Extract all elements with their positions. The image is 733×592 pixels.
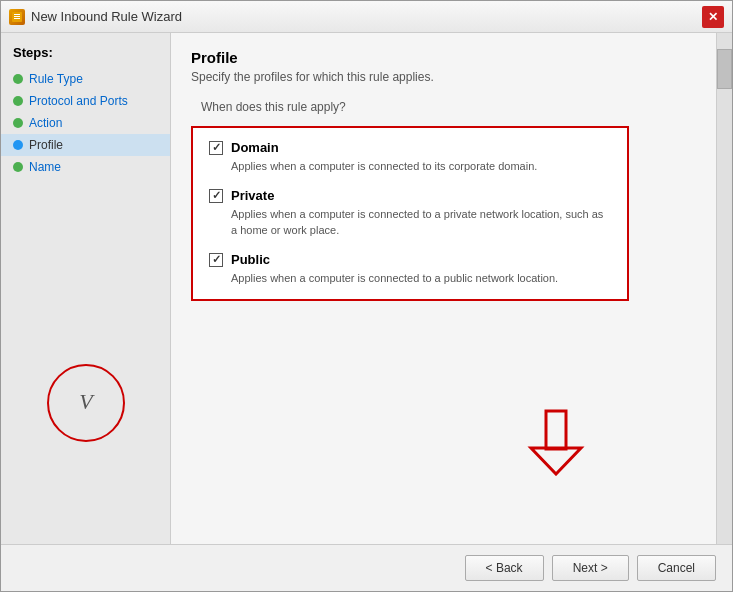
- svg-rect-3: [14, 14, 20, 15]
- private-checkbox[interactable]: [209, 189, 223, 203]
- sidebar-label-protocol-ports: Protocol and Ports: [29, 94, 128, 108]
- down-arrow-icon: [526, 406, 586, 476]
- dot-rule-type: [13, 74, 23, 84]
- arrow-annotation: [526, 406, 586, 479]
- sidebar-item-name[interactable]: Name: [1, 156, 170, 178]
- options-box: Domain Applies when a computer is connec…: [191, 126, 629, 301]
- public-checkbox[interactable]: [209, 253, 223, 267]
- sidebar-label-rule-type: Rule Type: [29, 72, 83, 86]
- public-header: Public: [209, 252, 611, 267]
- private-header: Private: [209, 188, 611, 203]
- option-public: Public Applies when a computer is connec…: [209, 252, 611, 286]
- domain-checkbox[interactable]: [209, 141, 223, 155]
- main-area: Profile Specify the profiles for which t…: [171, 33, 716, 544]
- svg-rect-2: [14, 18, 20, 19]
- app-icon: [9, 9, 25, 25]
- sidebar-item-protocol-ports[interactable]: Protocol and Ports: [1, 90, 170, 112]
- title-bar-left: New Inbound Rule Wizard: [9, 9, 182, 25]
- cancel-button[interactable]: Cancel: [637, 555, 716, 581]
- svg-marker-6: [531, 448, 581, 474]
- sidebar-label-name: Name: [29, 160, 61, 174]
- close-button[interactable]: ✕: [702, 6, 724, 28]
- circle-letter: V: [79, 389, 95, 414]
- sidebar-item-profile[interactable]: Profile: [1, 134, 170, 156]
- option-private: Private Applies when a computer is conne…: [209, 188, 611, 238]
- sidebar-label-action: Action: [29, 116, 62, 130]
- domain-label: Domain: [231, 140, 279, 155]
- dot-profile: [13, 140, 23, 150]
- sidebar-item-action[interactable]: Action: [1, 112, 170, 134]
- scrollbar-thumb[interactable]: [717, 49, 732, 89]
- title-bar: New Inbound Rule Wizard ✕: [1, 1, 732, 33]
- content-area: Steps: Rule Type Protocol and Ports Acti…: [1, 33, 732, 544]
- sidebar-title: Steps:: [1, 45, 170, 68]
- svg-rect-5: [546, 411, 566, 449]
- question-text: When does this rule apply?: [201, 100, 696, 114]
- option-domain: Domain Applies when a computer is connec…: [209, 140, 611, 174]
- public-label: Public: [231, 252, 270, 267]
- footer: < Back Next > Cancel: [1, 544, 732, 591]
- window-title: New Inbound Rule Wizard: [31, 9, 182, 24]
- page-title: Profile: [191, 49, 696, 66]
- domain-desc: Applies when a computer is connected to …: [231, 159, 611, 174]
- private-desc: Applies when a computer is connected to …: [231, 207, 611, 238]
- svg-rect-1: [14, 16, 20, 17]
- dot-action: [13, 118, 23, 128]
- dot-protocol-ports: [13, 96, 23, 106]
- scrollbar[interactable]: [716, 33, 732, 544]
- sidebar: Steps: Rule Type Protocol and Ports Acti…: [1, 33, 171, 544]
- domain-header: Domain: [209, 140, 611, 155]
- sidebar-item-rule-type[interactable]: Rule Type: [1, 68, 170, 90]
- back-button[interactable]: < Back: [465, 555, 544, 581]
- next-button[interactable]: Next >: [552, 555, 629, 581]
- circle-annotation: V: [41, 358, 131, 448]
- private-label: Private: [231, 188, 274, 203]
- dot-name: [13, 162, 23, 172]
- sidebar-label-profile: Profile: [29, 138, 63, 152]
- main-window: New Inbound Rule Wizard ✕ Steps: Rule Ty…: [0, 0, 733, 592]
- page-subtitle: Specify the profiles for which this rule…: [191, 70, 696, 84]
- public-desc: Applies when a computer is connected to …: [231, 271, 611, 286]
